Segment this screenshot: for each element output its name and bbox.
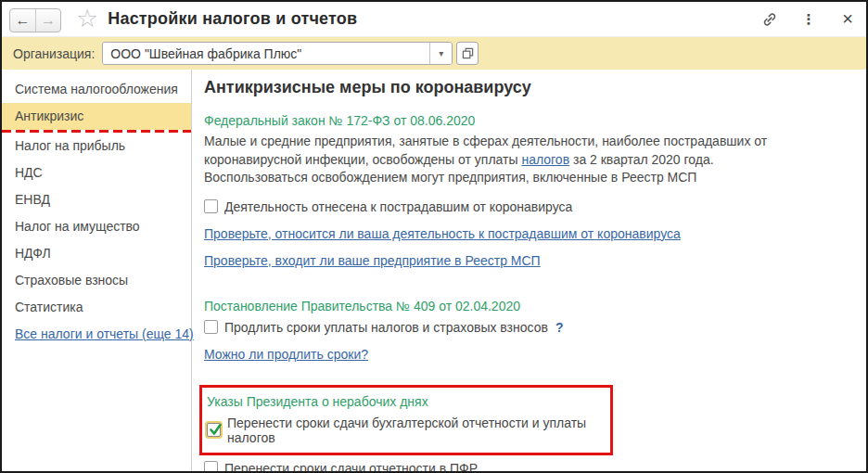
sidebar-item-anticrisis[interactable]: Антикризис bbox=[2, 103, 191, 130]
back-button[interactable]: ← bbox=[10, 9, 35, 32]
extend-terms-row: Продлить сроки уплаты налогов и страховы… bbox=[204, 320, 866, 335]
extend-terms-checkbox[interactable] bbox=[204, 320, 218, 334]
check-activity-link[interactable]: Проверьте, относится ли ваша деятельност… bbox=[204, 226, 681, 241]
postpone-pfr-row: Перенести сроки сдачи отчетности в ПФР bbox=[204, 461, 866, 472]
settings-window: ← → ☆ Настройки налогов и отчетов ⋮ × Ор… bbox=[0, 0, 868, 473]
open-organization-button[interactable] bbox=[456, 42, 479, 65]
affected-activity-row: Деятельность отнесена к пострадавшим от … bbox=[204, 199, 866, 214]
organization-dropdown-icon[interactable]: ▾ bbox=[429, 43, 452, 64]
decree-section-title: Постановление Правительства № 409 от 02.… bbox=[204, 299, 866, 313]
affected-activity-checkbox[interactable] bbox=[204, 199, 218, 213]
taxes-inline-link[interactable]: налогов bbox=[521, 152, 569, 167]
sidebar-item-statistics[interactable]: Статистика bbox=[2, 294, 191, 321]
sidebar-item-vat[interactable]: НДС bbox=[2, 160, 191, 186]
section-heading: Антикризисные меры по коронавирусу bbox=[204, 78, 866, 97]
sidebar-item-tax-system[interactable]: Система налогообложения bbox=[2, 76, 191, 103]
organization-combo: ▾ bbox=[102, 42, 453, 65]
postpone-reporting-checkbox[interactable] bbox=[207, 423, 221, 437]
postpone-pfr-checkbox[interactable] bbox=[204, 461, 218, 471]
sidebar-item-ndfl[interactable]: НДФЛ bbox=[2, 240, 191, 267]
law-paragraph-text-2: за 2 квартал 2020 года. bbox=[569, 152, 714, 167]
close-icon[interactable]: × bbox=[838, 10, 857, 29]
forward-button[interactable]: → bbox=[35, 9, 60, 32]
law-paragraph: Малые и средние предприятия, занятые в с… bbox=[204, 133, 864, 187]
get-link-icon[interactable] bbox=[760, 10, 779, 29]
law-paragraph-text-3: Воспользоваться освобождением могут пред… bbox=[204, 169, 864, 187]
postpone-reporting-row: Перенести сроки сдачи бухгалтерской отче… bbox=[207, 415, 603, 445]
sidebar: Система налогообложения Антикризис Налог… bbox=[2, 70, 192, 471]
annotation-red-box: Указы Президента о нерабочих днях Перене… bbox=[199, 385, 613, 455]
page-title: Настройки налогов и отчетов bbox=[108, 9, 357, 29]
sidebar-item-insurance[interactable]: Страховые взносы bbox=[2, 267, 191, 294]
more-menu-icon[interactable]: ⋮ bbox=[799, 10, 818, 29]
help-question-icon[interactable]: ? bbox=[555, 320, 564, 335]
organization-input[interactable] bbox=[103, 43, 429, 64]
favorite-star-icon[interactable]: ☆ bbox=[76, 6, 98, 32]
organization-label: Организация: bbox=[13, 46, 95, 61]
sidebar-item-property-tax[interactable]: Налог на имущество bbox=[2, 213, 191, 240]
can-extend-terms-link[interactable]: Можно ли продлить сроки? bbox=[204, 347, 368, 362]
sidebar-item-profit-tax[interactable]: Налог на прибыль bbox=[2, 133, 191, 160]
ukaz-section-title: Указы Президента о нерабочих днях bbox=[207, 394, 603, 409]
title-bar: ← → ☆ Настройки налогов и отчетов ⋮ × bbox=[2, 2, 866, 36]
extend-terms-label: Продлить сроки уплаты налогов и страховы… bbox=[224, 320, 548, 335]
check-msp-registry-link[interactable]: Проверьте, входит ли ваше предприятие в … bbox=[204, 253, 541, 268]
law-section-title: Федеральный закон № 172-ФЗ от 08.06.2020 bbox=[204, 113, 866, 128]
sidebar-link-all-taxes[interactable]: Все налоги и отчеты (еще 14) bbox=[2, 321, 191, 348]
nav-button-group: ← → bbox=[9, 8, 61, 32]
sidebar-item-envd[interactable]: ЕНВД bbox=[2, 186, 191, 213]
main-panel: Антикризисные меры по коронавирусу Федер… bbox=[192, 70, 866, 471]
organization-bar: Организация: ▾ bbox=[2, 36, 866, 70]
postpone-pfr-label: Перенести сроки сдачи отчетности в ПФР bbox=[224, 461, 478, 472]
content-area: Система налогообложения Антикризис Налог… bbox=[2, 70, 866, 471]
postpone-reporting-label: Перенести сроки сдачи бухгалтерской отче… bbox=[227, 415, 603, 445]
affected-activity-label: Деятельность отнесена к пострадавшим от … bbox=[224, 199, 572, 214]
